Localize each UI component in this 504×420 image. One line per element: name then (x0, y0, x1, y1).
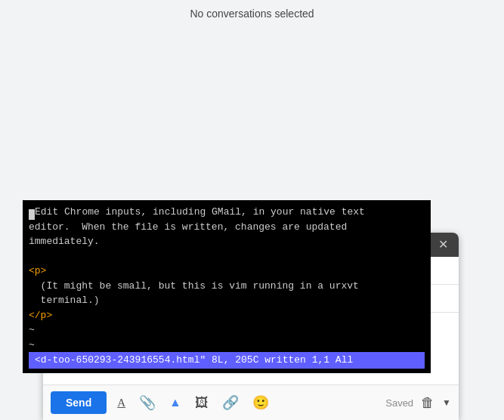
send-button[interactable]: Send (51, 391, 107, 414)
link-icon[interactable]: 🔗 (219, 393, 242, 412)
drive-icon[interactable]: ▲ (166, 394, 184, 411)
terminal-line-3: immediately. (29, 234, 425, 249)
terminal-line-7: terminal.) (29, 293, 425, 308)
terminal-line-4 (29, 249, 425, 264)
photo-icon[interactable]: 🖼 (192, 394, 212, 412)
terminal-line-9: ~ (29, 323, 425, 338)
terminal-status: <d-too-650293-243916554.html" 8L, 205C w… (29, 352, 425, 369)
terminal-line-6: (It might be small, but this is vim runn… (29, 279, 425, 294)
page-header: No conversations selected (0, 0, 504, 26)
terminal-line-8: </p> (29, 308, 425, 323)
emoji-icon[interactable]: 🙂 (249, 393, 272, 412)
terminal-line-2: editor. When the file is written, change… (29, 220, 425, 235)
attach-icon[interactable]: 📎 (136, 393, 159, 412)
close-button[interactable]: ✕ (437, 239, 450, 251)
more-options-icon[interactable]: ▼ (442, 397, 451, 408)
no-conversations-label: No conversations selected (190, 8, 314, 20)
compose-footer: Send A 📎 ▲ 🖼 🔗 🙂 Saved 🗑 ▼ (43, 384, 459, 420)
terminal-line-5: <p> (29, 264, 425, 279)
terminal-overlay: Edit Chrome inputs, including GMail, in … (23, 200, 431, 373)
format-text-icon[interactable]: A (114, 395, 128, 411)
terminal-line-10: ~ (29, 338, 425, 353)
trash-icon[interactable]: 🗑 (421, 395, 434, 411)
saved-label: Saved (385, 397, 413, 409)
terminal-line-1: Edit Chrome inputs, including GMail, in … (29, 205, 425, 220)
